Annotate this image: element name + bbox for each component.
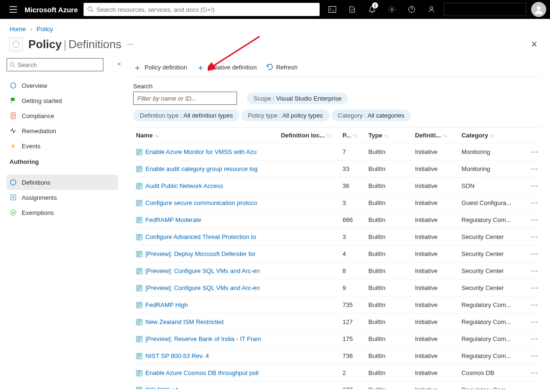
table-row[interactable]: Audit Public Network Access36BuiltInInit… — [133, 178, 542, 195]
definition-name-link[interactable]: FedRAMP Moderate — [145, 216, 201, 223]
breadcrumb: Home › Policy — [0, 19, 550, 34]
hamburger-menu-icon[interactable] — [4, 6, 23, 13]
more-actions-icon[interactable]: ⋯ — [127, 41, 135, 48]
row-actions-icon[interactable]: ⋯ — [531, 335, 539, 343]
row-actions-icon[interactable]: ⋯ — [531, 182, 539, 190]
help-icon[interactable] — [402, 0, 421, 19]
row-actions-icon[interactable]: ⋯ — [531, 199, 539, 207]
row-actions-icon[interactable]: ⋯ — [531, 318, 539, 326]
row-actions-icon[interactable]: ⋯ — [531, 165, 539, 173]
breadcrumb-home[interactable]: Home — [9, 26, 26, 33]
cell-category: Guest Configura... — [459, 195, 521, 212]
row-actions-icon[interactable]: ⋯ — [531, 148, 539, 156]
breadcrumb-policy[interactable]: Policy — [37, 26, 53, 33]
global-search-input[interactable] — [96, 6, 316, 13]
table-row[interactable]: FedRAMP High735BuiltInInitiativeRegulato… — [133, 297, 542, 314]
cell-category: Regulatory Com... — [459, 212, 521, 229]
user-avatar[interactable] — [531, 2, 546, 17]
cell-location — [278, 314, 340, 331]
column-name[interactable]: Name↑↓ — [133, 128, 278, 144]
table-row[interactable]: Configure Advanced Threat Protection to3… — [133, 229, 542, 246]
column-category[interactable]: Category↑↓ — [459, 128, 521, 144]
table-row[interactable]: [Preview]: Configure SQL VMs and Arc-en9… — [133, 280, 542, 297]
sidebar-item-label: Events — [22, 143, 41, 150]
initiative-icon — [136, 234, 143, 240]
definitions-table-wrap[interactable]: Name↑↓ Definition loc...↑↓ P...↑↓ Type↑↓… — [133, 127, 542, 389]
sidebar-item-definitions[interactable]: Definitions — [7, 175, 118, 190]
collapse-sidebar-icon[interactable]: « — [118, 60, 121, 67]
sidebar-search[interactable] — [7, 58, 103, 71]
filter-category-pill[interactable]: Category : All categories — [331, 110, 411, 121]
account-tenant-box[interactable] — [444, 3, 526, 16]
filter-scope-pill[interactable]: Scope : Visual Studio Enterprise — [247, 93, 348, 104]
cell-policy-count: 4 — [340, 246, 366, 263]
definition-name-link[interactable]: Configure secure communication protoco — [145, 199, 257, 206]
feedback-icon[interactable] — [422, 0, 441, 19]
table-row[interactable]: Enable Azure Monitor for VMSS with Azu7B… — [133, 144, 542, 161]
row-actions-icon[interactable]: ⋯ — [531, 250, 539, 258]
cell-policy-count: 2 — [340, 365, 366, 382]
definition-name-link[interactable]: Audit Public Network Access — [145, 182, 223, 189]
filter-search-input[interactable] — [133, 92, 237, 105]
row-actions-icon[interactable]: ⋯ — [531, 267, 539, 275]
refresh-button[interactable]: Refresh — [266, 63, 298, 72]
definition-name-link[interactable]: Enable Azure Cosmos DB throughput poli — [145, 369, 259, 376]
definition-name-link[interactable]: [Preview]: Configure SQL VMs and Arc-en — [145, 267, 260, 274]
definition-name-link[interactable]: NIST SP 800-53 Rev. 4 — [145, 352, 209, 359]
row-actions-icon[interactable]: ⋯ — [531, 301, 539, 309]
row-actions-icon[interactable]: ⋯ — [531, 352, 539, 360]
settings-icon[interactable] — [382, 0, 401, 19]
directory-icon[interactable] — [343, 0, 362, 19]
brand-label[interactable]: Microsoft Azure — [25, 6, 78, 14]
definition-name-link[interactable]: [Preview]: Reserve Bank of India - IT Fr… — [145, 335, 261, 342]
definition-name-link[interactable]: PCI DSS v4 — [145, 386, 178, 389]
add-policy-definition-button[interactable]: ＋ Policy definition — [133, 63, 187, 72]
filter-policy-type-pill[interactable]: Policy type : All policy types — [241, 110, 330, 121]
sidebar-item-compliance[interactable]: Compliance — [7, 108, 118, 123]
add-initiative-definition-button[interactable]: ＋ Initiative definition — [196, 63, 256, 72]
definition-name-link[interactable]: FedRAMP High — [145, 301, 188, 308]
cloud-shell-icon[interactable] — [323, 0, 342, 19]
close-icon[interactable]: ✕ — [528, 36, 541, 52]
row-actions-icon[interactable]: ⋯ — [531, 386, 539, 389]
cell-policy-count: 277 — [340, 382, 366, 390]
column-type[interactable]: Type↑↓ — [365, 128, 412, 144]
notifications-icon[interactable]: 2 — [363, 0, 381, 19]
sidebar-item-exemptions[interactable]: Exemptions — [7, 205, 118, 220]
table-row[interactable]: New Zealand ISM Restricted127BuiltInInit… — [133, 314, 542, 331]
filter-def-type-pill[interactable]: Definition type : All definition types — [133, 110, 239, 121]
table-row[interactable]: [Preview]: Reserve Bank of India - IT Fr… — [133, 331, 542, 348]
column-location[interactable]: Definition loc...↑↓ — [278, 128, 340, 144]
definition-name-link[interactable]: New Zealand ISM Restricted — [145, 318, 223, 325]
pulse-icon — [9, 127, 17, 135]
row-actions-icon[interactable]: ⋯ — [531, 369, 539, 377]
column-p[interactable]: P...↑↓ — [340, 128, 366, 144]
table-row[interactable]: Enable audit category group resource log… — [133, 161, 542, 178]
table-row[interactable]: NIST SP 800-53 Rev. 4736BuiltInInitiativ… — [133, 348, 542, 365]
table-row[interactable]: FedRAMP Moderate666BuiltInInitiativeRegu… — [133, 212, 542, 229]
definition-name-link[interactable]: Enable audit category group resource log — [145, 165, 258, 172]
column-definition[interactable]: Definiti...↑↓ — [412, 128, 459, 144]
row-actions-icon[interactable]: ⋯ — [531, 216, 539, 224]
row-actions-icon[interactable]: ⋯ — [531, 233, 539, 241]
definition-name-link[interactable]: Configure Advanced Threat Protection to — [145, 233, 256, 240]
definition-name-link[interactable]: [Preview]: Deploy Microsoft Defender for — [145, 250, 255, 257]
sidebar-item-getting-started[interactable]: Getting started — [7, 93, 118, 108]
cell-category: Security Center — [459, 280, 521, 297]
global-search[interactable] — [84, 3, 320, 16]
cell-category: Security Center — [459, 246, 521, 263]
table-row[interactable]: Enable Azure Cosmos DB throughput poli2B… — [133, 365, 542, 382]
row-actions-icon[interactable]: ⋯ — [531, 284, 539, 292]
sidebar-item-remediation[interactable]: Remediation — [7, 123, 118, 138]
table-row[interactable]: [Preview]: Configure SQL VMs and Arc-en8… — [133, 263, 542, 280]
table-row[interactable]: Configure secure communication protoco3B… — [133, 195, 542, 212]
sidebar-item-assignments[interactable]: Assignments — [7, 190, 118, 205]
table-row[interactable]: [Preview]: Deploy Microsoft Defender for… — [133, 246, 542, 263]
definition-name-link[interactable]: [Preview]: Configure SQL VMs and Arc-en — [145, 284, 260, 291]
definition-name-link[interactable]: Enable Azure Monitor for VMSS with Azu — [145, 148, 257, 155]
sidebar-search-input[interactable] — [17, 61, 100, 68]
cell-type: BuiltIn — [365, 297, 412, 314]
table-row[interactable]: PCI DSS v4277BuiltInInitiativeRegulatory… — [133, 382, 542, 390]
sidebar-item-events[interactable]: Events — [7, 138, 118, 153]
sidebar-item-overview[interactable]: Overview — [7, 78, 118, 93]
